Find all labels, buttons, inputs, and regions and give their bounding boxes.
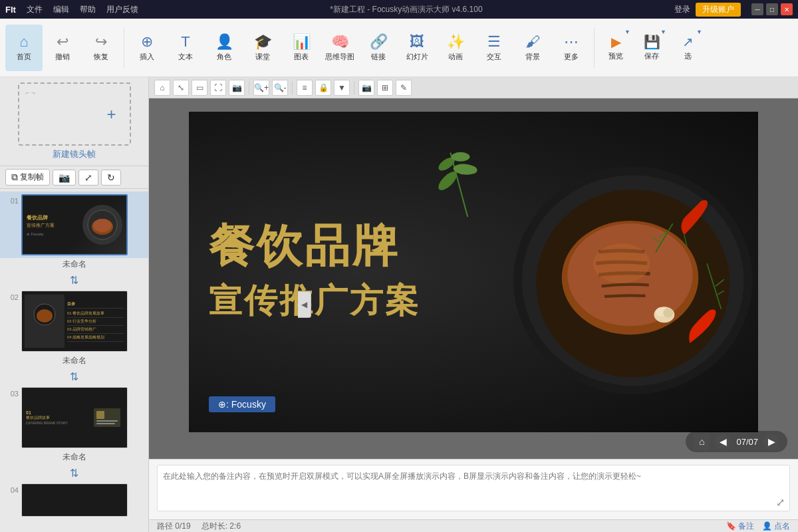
preview-button[interactable]: ▶ 预览 ▼ — [598, 25, 633, 71]
herb-decoration — [428, 138, 488, 225]
chart-icon: 📊 — [293, 33, 311, 51]
title-bar-right: 登录 升级账户 ─ □ ✕ — [674, 3, 793, 17]
nav-home-button[interactable]: ⌂ — [694, 434, 710, 450]
menu-file[interactable]: 文件 — [27, 4, 43, 15]
link-button[interactable]: 🔗 链接 — [360, 25, 397, 71]
roll-call-label: 点名 — [774, 521, 790, 532]
menu-help[interactable]: 帮助 — [80, 4, 96, 15]
character-button[interactable]: 👤 角色 — [205, 25, 243, 71]
redo-button[interactable]: ↪ 恢复 — [82, 25, 120, 71]
bookmark-icon: 🔖 — [726, 521, 736, 531]
interact-button[interactable]: ☰ 交互 — [475, 25, 513, 71]
canvas-area: ◀ ⌂ ⤡ ▭ ⛶ 📷 🔍+ 🔍- ≡ 🔒 ▼ 📷 ⊞ ✎ — [149, 77, 798, 532]
svg-point-4 — [37, 309, 53, 323]
slides-button[interactable]: 🖼 幻灯片 — [398, 25, 436, 71]
svg-point-13 — [451, 152, 469, 162]
thumb3-image — [91, 398, 123, 438]
undo-button[interactable]: ↩ 撤销 — [44, 25, 81, 71]
move-icon-3: ⇅ — [70, 467, 78, 479]
thumb1-subtitle-text: 宣传推广方案 — [27, 222, 55, 229]
lesson-button[interactable]: 🎓 课堂 — [244, 25, 281, 71]
login-button[interactable]: 登录 — [674, 4, 690, 15]
svg-rect-8 — [96, 423, 115, 424]
canvas-screenshot[interactable]: 📷 — [229, 80, 245, 96]
save-button[interactable]: 💾 保存 ▼ — [634, 25, 669, 71]
close-button[interactable]: ✕ — [781, 3, 793, 15]
home-button[interactable]: ⌂ 首页 — [5, 25, 43, 71]
canvas-zoom-out[interactable]: 🔍- — [272, 80, 288, 96]
notes-expand-button[interactable]: ⤢ — [776, 496, 785, 509]
camera-button[interactable]: 📷 — [53, 170, 76, 186]
canvas-edit[interactable]: ✎ — [396, 80, 412, 96]
canvas-fullscreen[interactable]: ⛶ — [210, 80, 226, 96]
new-frame-label[interactable]: 新建镜头帧 — [53, 148, 96, 160]
upgrade-button[interactable]: 升级账户 — [696, 3, 741, 17]
bottom-bar: ⤢ 路径 0/19 总时长: 2:6 🔖 备注 👤 点名 — [149, 459, 798, 532]
canvas-home-btn[interactable]: ⌂ — [154, 80, 170, 96]
text-icon: T — [181, 33, 190, 51]
notes-button[interactable]: 🔖 备注 — [726, 521, 754, 532]
thumb1-brand-text: 餐饮品牌 — [27, 214, 55, 221]
character-icon: 👤 — [215, 33, 233, 51]
select-button[interactable]: ↗ 选 ▼ — [670, 25, 705, 71]
rotate-button[interactable]: ↻ — [101, 170, 121, 186]
animation-button[interactable]: ✨ 动画 — [437, 25, 474, 71]
text-label: 文本 — [178, 52, 193, 62]
notes-input[interactable] — [157, 465, 790, 511]
more-icon: ⋯ — [564, 33, 579, 51]
svg-point-26 — [663, 309, 673, 318]
canvas-zoom-rect[interactable]: ▭ — [192, 80, 207, 96]
background-label: 背景 — [525, 52, 540, 62]
insert-icon: ⊕ — [141, 33, 153, 51]
canvas-main[interactable]: 餐饮品牌 宣传推广方案 ⊕: Focusky — [149, 98, 798, 459]
title-bar: FIt 文件 编辑 帮助 用户反馈 *新建工程 - Focusky动画演示大师 … — [0, 0, 798, 19]
panel-collapse-button[interactable]: ◀ — [298, 291, 311, 318]
slide-item-1[interactable]: 01 餐饮品牌 宣传推广方案 ⊕: Focusky — [0, 192, 148, 258]
slide-name-2: 未命名 — [0, 354, 148, 369]
nav-prev-button[interactable]: ◀ — [715, 434, 731, 450]
more-button[interactable]: ⋯ 更多 — [553, 25, 590, 71]
minimize-button[interactable]: ─ — [751, 3, 763, 15]
slide-move-1: ⇅ — [0, 274, 148, 287]
thumb2-item-4: 04 战略发展战略规划 — [67, 334, 124, 342]
menu-feedback[interactable]: 用户反馈 — [106, 4, 138, 15]
chart-button[interactable]: 📊 图表 — [283, 25, 320, 71]
canvas-align[interactable]: ≡ — [297, 80, 313, 96]
canvas-lock[interactable]: 🔒 — [315, 80, 331, 96]
animation-label: 动画 — [448, 52, 463, 62]
nav-next-button[interactable]: ▶ — [763, 434, 779, 450]
canvas-zoom-fit[interactable]: ⤡ — [173, 80, 189, 96]
background-button[interactable]: 🖌 背景 — [514, 25, 551, 71]
status-left: 路径 0/19 总时长: 2:6 — [157, 521, 241, 532]
slide-food-image — [462, 112, 758, 432]
person-icon: 👤 — [762, 521, 772, 531]
lesson-label: 课堂 — [255, 52, 270, 62]
canvas-lock-dropdown[interactable]: ▼ — [334, 80, 350, 96]
text-button[interactable]: T 文本 — [167, 25, 204, 71]
maximize-button[interactable]: □ — [766, 3, 778, 15]
canvas-toolbar: ⌂ ⤡ ▭ ⛶ 📷 🔍+ 🔍- ≡ 🔒 ▼ 📷 ⊞ ✎ — [149, 77, 798, 98]
save-label: 保存 — [644, 51, 659, 61]
camera-icon: 📷 — [59, 172, 70, 183]
slide-item-3[interactable]: 03 01 餐饮品牌故事 CATERING BRAND STORY — [0, 384, 148, 451]
mindmap-button[interactable]: 🧠 思维导图 — [321, 25, 358, 71]
roll-call-button[interactable]: 👤 点名 — [762, 521, 790, 532]
canvas-grid[interactable]: ⊞ — [377, 80, 393, 96]
new-frame-button[interactable]: ⌐ ¬ + — [18, 82, 131, 146]
thumb3-number: 01 — [26, 410, 91, 415]
status-bar: 路径 0/19 总时长: 2:6 🔖 备注 👤 点名 — [149, 519, 798, 532]
slide-number-3: 03 — [5, 387, 19, 398]
chevron-left-icon: ◀ — [301, 300, 307, 309]
slide-item-2[interactable]: 02 目录 01 餐饮品牌发展故事 — [0, 288, 148, 354]
canvas-camera-2[interactable]: 📷 — [358, 80, 374, 96]
copy-frame-button[interactable]: ⧉ 复制帧 — [5, 169, 50, 186]
slide-background: 餐饮品牌 宣传推广方案 ⊕: Focusky — [189, 112, 758, 432]
insert-button[interactable]: ⊕ 插入 — [128, 25, 166, 71]
menu-edit[interactable]: 编辑 — [53, 4, 69, 15]
slide-item-4[interactable]: 04 — [0, 481, 148, 519]
fit-button[interactable]: ⤢ — [78, 170, 98, 186]
slide-thumb-1: 餐饮品牌 宣传推广方案 ⊕: Focusky — [21, 194, 128, 255]
select-label: 选 — [684, 51, 692, 61]
slide-move-2: ⇅ — [0, 370, 148, 383]
canvas-zoom-in[interactable]: 🔍+ — [253, 80, 269, 96]
